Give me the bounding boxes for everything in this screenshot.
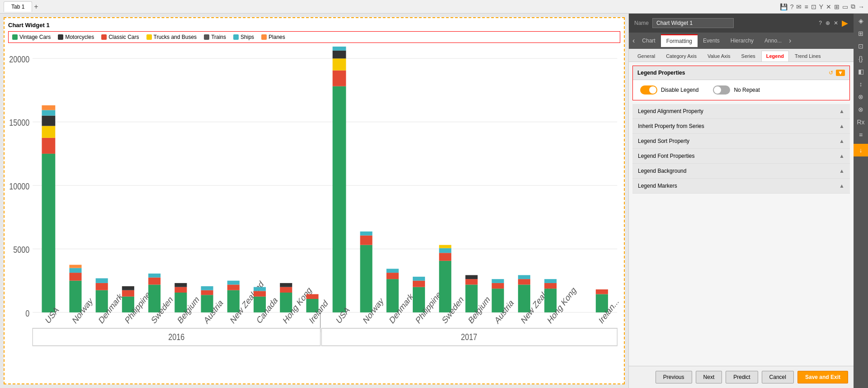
widget-name-input[interactable]: [652, 18, 734, 28]
svg-rect-63: [333, 71, 346, 86]
svg-rect-69: [360, 236, 373, 245]
predict-button[interactable]: Predict: [726, 371, 758, 383]
right-icon-6[interactable]: ↕: [859, 80, 863, 88]
right-icon-2[interactable]: ⊞: [858, 30, 863, 37]
add-tab-button[interactable]: +: [34, 3, 38, 11]
funnel-icon[interactable]: Y: [819, 3, 823, 10]
legend-alignment-property-label: Legend Alignment Property: [638, 108, 703, 114]
tab-anno[interactable]: Anno...: [759, 35, 787, 47]
close-icon[interactable]: ✕: [834, 20, 838, 26]
filter-icon[interactable]: ⊡: [811, 3, 816, 10]
svg-rect-49: [227, 281, 240, 285]
legend-alignment-collapse-arrow: ▲: [839, 108, 844, 114]
no-repeat-toggle[interactable]: [713, 85, 730, 95]
right-icon-4[interactable]: {}: [859, 55, 863, 62]
save-exit-button[interactable]: Save and Exit: [797, 371, 848, 383]
name-label: Name: [634, 20, 649, 26]
legend-label-ships: Ships: [241, 34, 254, 40]
legend-properties-box: Legend Properties ↺ ▼ Disable Legend: [632, 66, 850, 100]
previous-button[interactable]: Previous: [656, 371, 692, 383]
subtab-general[interactable]: General: [632, 51, 660, 62]
right-icon-7[interactable]: ⊗: [858, 93, 863, 100]
right-icon-3[interactable]: ⊡: [858, 43, 863, 50]
svg-rect-98: [544, 283, 557, 289]
refresh-icon[interactable]: ↺: [829, 70, 833, 76]
tab-hierarchy[interactable]: Hierarchy: [725, 35, 759, 47]
legend-color-classic-cars: [101, 34, 107, 40]
expand-icon[interactable]: ⧉: [851, 3, 855, 10]
tools-icon[interactable]: ✕: [826, 3, 831, 10]
svg-rect-17: [42, 126, 55, 137]
subtab-category-axis[interactable]: Category Axis: [661, 51, 702, 62]
disable-legend-toggle[interactable]: [640, 85, 657, 95]
svg-rect-82: [439, 248, 451, 253]
cancel-button[interactable]: Cancel: [762, 371, 794, 383]
svg-rect-60: [306, 294, 318, 299]
legend-item-motorcycles: Motorcycles: [58, 34, 94, 40]
legend-markers-row[interactable]: Legend Markers ▲: [632, 179, 850, 194]
help-header-icon[interactable]: ?: [819, 20, 822, 26]
svg-text:15000: 15000: [9, 117, 29, 128]
legend-alignment-property-row[interactable]: Legend Alignment Property ▲: [632, 104, 850, 119]
svg-rect-70: [360, 232, 373, 236]
help-icon[interactable]: ?: [790, 3, 794, 10]
panel-header: Name ? ⊕ ✕ ▶: [629, 14, 854, 33]
svg-rect-19: [42, 110, 55, 115]
legend-item-trucks: Trucks and Buses: [146, 34, 197, 40]
tab-formatting[interactable]: Formatting: [661, 34, 698, 47]
right-icon-5[interactable]: ◧: [858, 68, 864, 75]
tab-events[interactable]: Events: [698, 35, 725, 47]
svg-rect-33: [122, 286, 134, 290]
svg-rect-90: [492, 283, 504, 289]
legend-label-planes: Planes: [269, 34, 285, 40]
legend-item-ships: Ships: [233, 34, 254, 40]
disable-legend-label: Disable Legend: [661, 87, 698, 93]
svg-rect-102: [596, 289, 608, 294]
svg-text:2017: 2017: [461, 331, 477, 342]
subtab-trend-lines[interactable]: Trend Lines: [790, 51, 826, 62]
tab-1[interactable]: Tab 1: [4, 1, 32, 12]
svg-rect-16: [42, 138, 55, 154]
right-icon-1[interactable]: ◈: [859, 17, 863, 24]
svg-rect-52: [254, 291, 266, 296]
legend-background-row[interactable]: Legend Background ▲: [632, 164, 850, 179]
next-button[interactable]: Next: [696, 371, 722, 383]
svg-rect-36: [148, 278, 160, 285]
right-icon-10[interactable]: ≡: [859, 131, 863, 138]
nav-prev-arrow[interactable]: ‹: [631, 37, 637, 45]
nav-next-arrow[interactable]: ›: [787, 37, 793, 45]
legend-props-header-icons: ↺ ▼: [829, 70, 845, 76]
top-bar-icons: 💾 ? ✉ ≡ ⊡ Y ✕ ⊞ ▭ ⧉ →: [780, 3, 864, 10]
right-icon-9[interactable]: Rx: [857, 118, 864, 126]
svg-text:0: 0: [25, 308, 29, 319]
tab-chart[interactable]: Chart: [637, 35, 660, 47]
window-icon[interactable]: ▭: [842, 3, 848, 10]
svg-rect-80: [439, 261, 451, 312]
main-area: Chart Widget 1 Vintage Cars Motorcycles …: [0, 14, 868, 388]
svg-rect-78: [413, 277, 425, 281]
mail-icon[interactable]: ✉: [796, 3, 802, 10]
inherit-property-from-series-row[interactable]: Inherit Property from Series ▲: [632, 119, 850, 134]
arrow-icon[interactable]: →: [858, 3, 864, 10]
expand-panel-icon[interactable]: ▶: [842, 18, 848, 28]
right-icon-8[interactable]: ⊗: [858, 106, 863, 113]
panel-content: Legend Properties ↺ ▼ Disable Legend: [629, 62, 854, 366]
subtab-series[interactable]: Series: [736, 51, 760, 62]
top-bar: Tab 1 + 💾 ? ✉ ≡ ⊡ Y ✕ ⊞ ▭ ⧉ →: [0, 0, 868, 14]
legend-properties-title: Legend Properties: [637, 70, 685, 76]
subtab-value-axis[interactable]: Value Axis: [703, 51, 736, 62]
svg-text:10000: 10000: [9, 181, 29, 192]
legend-font-properties-row[interactable]: Legend Font Properties ▲: [632, 149, 850, 164]
svg-rect-62: [333, 86, 346, 312]
right-icon-download[interactable]: ↓: [854, 144, 868, 156]
legend-background-label: Legend Background: [638, 168, 686, 174]
svg-rect-48: [227, 284, 240, 290]
move-icon[interactable]: ⊕: [826, 20, 830, 26]
legend-sort-property-row[interactable]: Legend Sort Property ▲: [632, 134, 850, 149]
save-icon[interactable]: 💾: [780, 3, 788, 10]
table-icon[interactable]: ⊞: [834, 3, 840, 10]
inherit-property-label: Inherit Property from Series: [638, 123, 704, 129]
subtab-legend[interactable]: Legend: [761, 51, 789, 62]
collapse-legend-icon[interactable]: ▼: [836, 70, 845, 76]
menu-icon[interactable]: ≡: [804, 3, 808, 10]
